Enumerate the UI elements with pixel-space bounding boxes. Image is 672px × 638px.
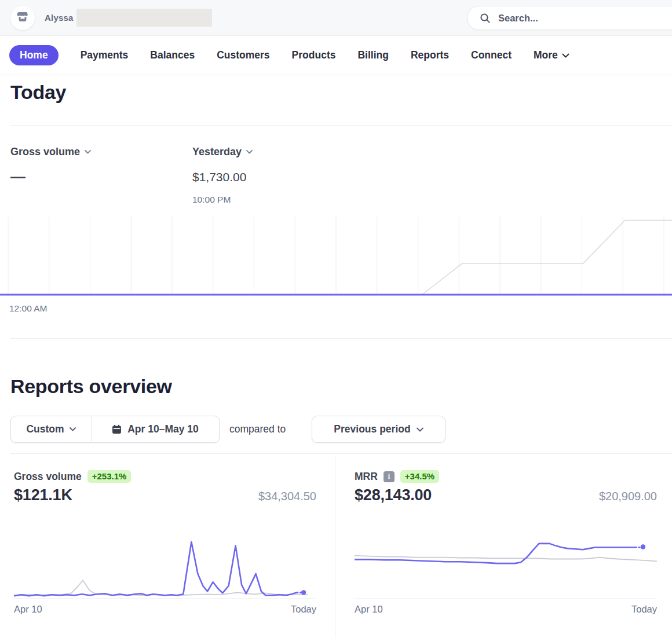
chevron-down-icon <box>85 150 91 154</box>
yesterday-time: 10:00 PM <box>192 195 231 205</box>
gross-volume-card: Gross volume +253.1% $121.1K $34,304.50 … <box>14 453 316 638</box>
account-name[interactable]: Alyssa <box>45 0 74 36</box>
nav-billing[interactable]: Billing <box>357 49 388 61</box>
search-icon <box>480 13 491 24</box>
info-icon[interactable]: i <box>384 471 395 482</box>
topbar: Alyssa Search... <box>0 0 672 36</box>
divider <box>10 338 672 339</box>
nav-connect[interactable]: Connect <box>471 49 512 61</box>
x-label-start: Apr 10 <box>355 604 383 615</box>
compare-option-dropdown[interactable]: Previous period <box>312 416 445 443</box>
merchant-avatar[interactable] <box>10 6 35 30</box>
today-gross-volume-chart <box>0 217 672 296</box>
nav-products[interactable]: Products <box>292 49 336 61</box>
compared-to-label: compared to <box>229 423 286 435</box>
main-nav: Home Payments Balances Customers Product… <box>0 36 672 75</box>
search-placeholder: Search... <box>498 13 538 24</box>
date-range-button[interactable]: Apr 10–May 10 <box>92 416 219 442</box>
gross-volume-empty-value: — <box>10 168 25 186</box>
yesterday-value: $1,730.00 <box>192 170 246 184</box>
reports-overview-heading: Reports overview <box>10 375 172 398</box>
change-badge: +253.1% <box>87 470 132 483</box>
nav-payments[interactable]: Payments <box>81 49 129 61</box>
yesterday-dropdown[interactable]: Yesterday <box>192 146 253 158</box>
nav-balances[interactable]: Balances <box>150 49 195 61</box>
previous-total: $20,909.00 <box>599 490 657 503</box>
chevron-down-icon <box>417 427 423 432</box>
today-chart-x-label: 12:00 AM <box>9 303 48 314</box>
chevron-down-icon <box>246 150 253 154</box>
chevron-down-icon <box>562 53 569 58</box>
calendar-icon <box>112 424 122 434</box>
nav-reports[interactable]: Reports <box>411 49 449 61</box>
current-total: $121.1K <box>14 486 72 504</box>
search-input[interactable]: Search... <box>467 6 672 30</box>
card-title: MRR <box>355 471 378 483</box>
mrr-period-chart <box>355 523 657 601</box>
change-badge: +34.5% <box>400 470 439 483</box>
chevron-down-icon <box>70 427 76 431</box>
nav-more[interactable]: More <box>534 49 569 61</box>
stripe-dashboard: Alyssa Search... Home Payments Balances … <box>0 0 672 638</box>
today-heading: Today <box>10 81 66 104</box>
current-total: $28,143.00 <box>355 486 432 504</box>
range-type-dropdown[interactable]: Custom <box>11 416 92 442</box>
storefront-icon <box>16 10 29 25</box>
card-title: Gross volume <box>14 471 82 483</box>
x-label-end: Today <box>631 604 657 615</box>
nav-customers[interactable]: Customers <box>217 49 269 61</box>
gross-volume-dropdown[interactable]: Gross volume <box>10 146 91 158</box>
gross-volume-period-chart <box>14 523 316 601</box>
previous-total: $34,304.50 <box>258 490 316 503</box>
x-label-end: Today <box>291 604 316 615</box>
date-range-control: Custom Apr 10–May 10 <box>10 416 220 443</box>
x-label-start: Apr 10 <box>14 604 42 615</box>
mrr-card: MRR i +34.5% $28,143.00 $20,909.00 Apr 1… <box>355 453 657 638</box>
redacted-account-name <box>76 9 212 27</box>
nav-home[interactable]: Home <box>9 45 59 65</box>
card-divider <box>335 457 335 638</box>
divider <box>10 125 672 126</box>
